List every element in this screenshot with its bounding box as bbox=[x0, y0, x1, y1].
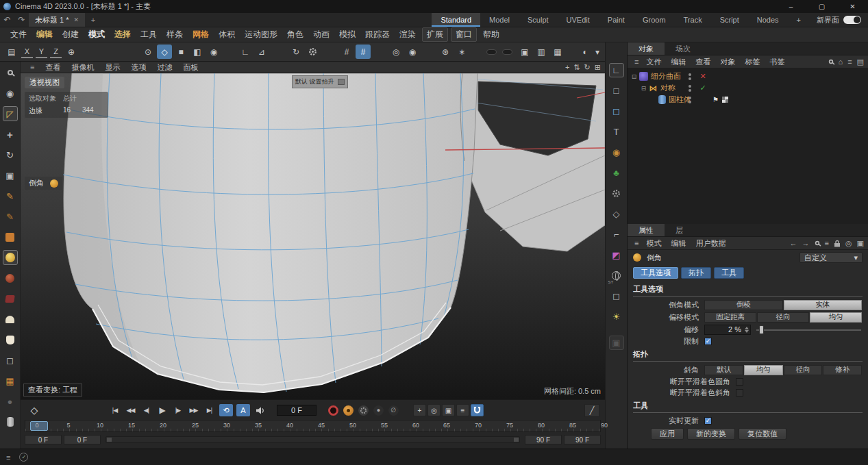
snap-b-icon[interactable]: ∗ bbox=[454, 45, 469, 59]
menu-render[interactable]: 渲染 bbox=[395, 29, 421, 40]
layout-tab-uvedit[interactable]: UVEdit bbox=[558, 13, 599, 27]
record-keyframe-icon[interactable]: ◇ bbox=[26, 405, 42, 416]
viewport-menu-panel[interactable]: 面板 bbox=[177, 62, 203, 73]
lock-icon[interactable] bbox=[834, 240, 841, 247]
flag-tag-icon[interactable]: ⚑ bbox=[712, 96, 719, 103]
plant-icon[interactable]: ♣ bbox=[609, 166, 624, 180]
field-icon[interactable]: ● bbox=[3, 394, 18, 409]
enabled-toggle-off[interactable]: ✕ bbox=[698, 72, 708, 81]
prev-key-icon[interactable]: ◀◀ bbox=[123, 404, 138, 416]
am-menu-edit[interactable]: 编辑 bbox=[666, 238, 691, 249]
tab-topology[interactable]: 拓扑 bbox=[681, 267, 711, 279]
layout-grid-icon[interactable]: ▤ bbox=[857, 58, 864, 66]
material-sphere-icon[interactable]: ◐ bbox=[578, 45, 593, 59]
range-end-field-2[interactable]: 90 F bbox=[564, 435, 601, 444]
key-disable-button[interactable]: ∅ bbox=[388, 405, 399, 416]
layout-tab-groom[interactable]: Groom bbox=[634, 13, 675, 27]
tree-row-subdivision[interactable]: ⊟ 细分曲面 ✕ bbox=[628, 71, 868, 82]
menu-select[interactable]: 选择 bbox=[110, 29, 136, 40]
snap-grid-icon[interactable]: # bbox=[339, 45, 354, 59]
om-menu-view[interactable]: 查看 bbox=[691, 57, 715, 67]
playhead-scrubber[interactable] bbox=[30, 421, 48, 431]
om-menu-objects[interactable]: 对象 bbox=[715, 57, 740, 67]
menu-file[interactable]: 文件 bbox=[5, 29, 32, 40]
record-button[interactable] bbox=[328, 405, 338, 416]
zoom-view-icon[interactable]: ⇅ bbox=[573, 63, 580, 72]
menu-mode[interactable]: 模式 bbox=[84, 29, 110, 40]
menu-volume[interactable]: 体积 bbox=[214, 29, 240, 40]
expander-icon[interactable]: ⊟ bbox=[639, 85, 648, 92]
zoom-tool-icon[interactable] bbox=[3, 65, 18, 80]
sphere-icon[interactable]: ◉ bbox=[609, 145, 624, 160]
offset-mode-fixed[interactable]: 固定距离 bbox=[704, 312, 756, 323]
text-tool-icon[interactable]: T bbox=[609, 125, 624, 139]
viewport-hamburger-icon[interactable]: ≡ bbox=[25, 63, 40, 71]
sketch-tool-icon[interactable]: ✎ bbox=[3, 209, 18, 224]
viewport-menu-camera[interactable]: 摄像机 bbox=[66, 62, 99, 73]
range-slider[interactable] bbox=[106, 436, 520, 443]
home-icon[interactable]: ⌂ bbox=[839, 58, 843, 66]
realtime-checkbox[interactable]: ✓ bbox=[704, 417, 712, 425]
st-globe-icon[interactable]: ST bbox=[609, 268, 624, 283]
timeline-ruler[interactable]: 0 5 10 15 20 25 30 35 40 45 50 55 60 65 … bbox=[25, 420, 601, 432]
new-ui-switch[interactable] bbox=[843, 16, 861, 24]
viewport-canvas[interactable]: 透视视图 选取对象 总计 边缘 16 344 倒角 默认 设置抬升 查看变换: … bbox=[21, 73, 605, 399]
om-menu-file[interactable]: 文件 bbox=[641, 57, 666, 67]
menu-help[interactable]: 帮助 bbox=[478, 29, 504, 40]
axis-x-button[interactable]: X bbox=[21, 46, 33, 58]
render-view-icon[interactable]: ▣ bbox=[517, 45, 532, 59]
new-panel-icon[interactable]: ▣ bbox=[857, 239, 864, 248]
layout-tab-standard[interactable]: Standard bbox=[432, 13, 480, 27]
pan-view-icon[interactable]: + bbox=[565, 63, 569, 72]
status-menu-icon[interactable]: ≡ bbox=[6, 453, 10, 462]
range-start-field-2[interactable]: 0 F bbox=[64, 435, 101, 444]
live-selection-icon[interactable]: ▤ bbox=[4, 45, 19, 59]
menu-simulate[interactable]: 模拟 bbox=[334, 29, 360, 40]
workplane-corner-icon[interactable]: ∟ bbox=[609, 63, 624, 77]
viewport-menu-view[interactable]: 查看 bbox=[40, 62, 66, 73]
cube-wireframe-icon[interactable]: ◻ bbox=[609, 104, 624, 118]
am-menu-mode[interactable]: 模式 bbox=[641, 238, 666, 249]
circle-dot-tool-icon[interactable]: ◉ bbox=[405, 45, 420, 59]
tab-layers[interactable]: 层 bbox=[665, 224, 694, 236]
layout-tab-sculpt[interactable]: Sculpt bbox=[519, 13, 558, 27]
capsule-tool-icon[interactable] bbox=[486, 49, 497, 55]
edges-mode-icon[interactable]: ◇ bbox=[157, 45, 172, 59]
preset-dropdown[interactable]: 自定义 ▾ bbox=[799, 252, 863, 263]
object-label[interactable]: 细分曲面 bbox=[651, 71, 681, 81]
visibility-dots[interactable] bbox=[689, 73, 691, 80]
scale-tool-icon[interactable]: ▣ bbox=[3, 168, 18, 183]
break-round-checkbox[interactable] bbox=[736, 378, 743, 386]
texture-mode-icon[interactable] bbox=[3, 271, 18, 286]
axis-mode-icon[interactable]: ◉ bbox=[206, 45, 221, 59]
range-end-field[interactable]: 90 F bbox=[525, 435, 562, 444]
viewport-menu-options[interactable]: 选项 bbox=[125, 62, 151, 73]
tab-tool-options[interactable]: 工具选项 bbox=[633, 267, 678, 279]
om-menu-tags[interactable]: 标签 bbox=[740, 57, 765, 67]
search-icon[interactable] bbox=[815, 241, 819, 245]
workplane-icon[interactable]: ∟ bbox=[238, 45, 253, 59]
close-button[interactable]: ✕ bbox=[837, 0, 868, 13]
rotate-tool-icon[interactable]: ↻ bbox=[3, 147, 18, 162]
undo-icon[interactable]: ↶ bbox=[0, 13, 14, 27]
notification-icon[interactable] bbox=[3, 312, 18, 327]
offset-mode-uniform[interactable]: 均匀 bbox=[810, 312, 862, 323]
object-label[interactable]: 对称 bbox=[660, 83, 675, 93]
polygons-mode-icon[interactable]: ■ bbox=[173, 45, 188, 59]
menu-tracker[interactable]: 跟踪器 bbox=[360, 29, 395, 40]
filter-icon[interactable]: ≡ bbox=[847, 58, 852, 66]
am-hamburger-icon[interactable]: ≡ bbox=[632, 239, 641, 247]
layout-tab-paint[interactable]: Paint bbox=[599, 13, 634, 27]
miter-default[interactable]: 默认 bbox=[704, 365, 743, 375]
slider-handle[interactable] bbox=[759, 325, 764, 334]
document-tab[interactable]: 未标题 1 * ✕ bbox=[29, 13, 85, 27]
render-settings-icon[interactable]: ▦ bbox=[550, 45, 565, 59]
key-position-button[interactable]: ● bbox=[373, 405, 384, 416]
play-icon[interactable]: ▶ bbox=[155, 404, 169, 416]
menu-mograph[interactable]: 运动图形 bbox=[240, 29, 282, 40]
tab-tool[interactable]: 工具 bbox=[714, 267, 744, 279]
make-editable-button[interactable]: ◸ bbox=[3, 106, 18, 121]
tree-row-symmetry[interactable]: ⊟ ⋈ 对称 ✓ bbox=[628, 82, 868, 94]
primitive-jug-icon[interactable] bbox=[3, 332, 18, 347]
add-document-button[interactable]: + bbox=[85, 13, 101, 27]
